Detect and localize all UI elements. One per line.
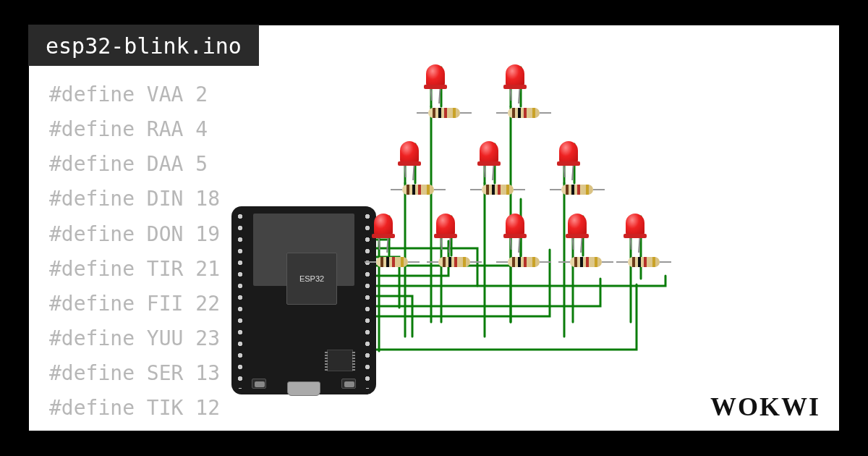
resistor-icon bbox=[508, 257, 540, 267]
led-r3-a bbox=[383, 241, 384, 242]
code-line: #define RAA 4 bbox=[49, 112, 220, 147]
resistor-icon bbox=[508, 108, 540, 118]
led-r2-b bbox=[489, 169, 490, 169]
en-button[interactable] bbox=[252, 379, 266, 389]
file-name: esp32-blink.ino bbox=[46, 33, 242, 59]
red-led-icon bbox=[436, 214, 455, 235]
resistor-icon bbox=[561, 185, 593, 195]
code-line: #define DAA 5 bbox=[49, 147, 220, 182]
resistor-icon bbox=[628, 257, 660, 267]
led-r3-b bbox=[446, 241, 446, 242]
circuit-diagram: ESP32 bbox=[231, 62, 781, 402]
resistor-icon bbox=[570, 257, 602, 267]
code-line: #define YUU 23 bbox=[49, 321, 220, 356]
code-line: #define DIN 18 bbox=[49, 182, 220, 216]
preview-card: esp32-blink.ino #define VAA 2#define RAA… bbox=[29, 25, 839, 431]
esp32-board: ESP32 bbox=[231, 206, 376, 394]
led-r3-c bbox=[515, 241, 516, 242]
resistor-icon bbox=[438, 257, 470, 267]
red-led-icon bbox=[400, 141, 419, 163]
rf-shield: ESP32 bbox=[253, 214, 354, 286]
micro-usb-port bbox=[287, 381, 320, 396]
led-r1-a bbox=[435, 92, 436, 93]
red-led-icon bbox=[506, 214, 524, 235]
wokwi-logo: WOKWI bbox=[710, 392, 820, 422]
led-r1-b bbox=[515, 92, 516, 93]
red-led-icon bbox=[568, 214, 587, 235]
code-line: #define VAA 2 bbox=[49, 77, 220, 112]
code-line: #define TIK 12 bbox=[49, 391, 220, 426]
boot-button[interactable] bbox=[341, 379, 356, 389]
led-r3-d bbox=[577, 241, 578, 242]
resistor-icon bbox=[376, 257, 408, 267]
led-r3-e bbox=[635, 241, 636, 242]
resistor-icon bbox=[402, 185, 434, 195]
source-code: #define VAA 2#define RAA 4#define DAA 5#… bbox=[49, 77, 220, 426]
red-led-icon bbox=[374, 214, 393, 235]
red-led-icon bbox=[506, 64, 524, 86]
code-line: #define FII 22 bbox=[49, 287, 220, 321]
code-line: #define DON 19 bbox=[49, 217, 220, 252]
resistor-icon bbox=[428, 108, 460, 118]
code-line: #define SER 13 bbox=[49, 356, 220, 391]
chip-label: ESP32 bbox=[299, 274, 324, 283]
file-tab: esp32-blink.ino bbox=[28, 25, 259, 66]
red-led-icon bbox=[480, 141, 498, 163]
code-line: #define TIR 21 bbox=[49, 252, 220, 287]
brand-text: WOKWI bbox=[710, 392, 820, 421]
resistor-icon bbox=[482, 185, 514, 195]
led-r2-c bbox=[569, 169, 569, 169]
red-led-icon bbox=[426, 64, 445, 86]
red-led-icon bbox=[626, 214, 644, 235]
red-led-icon bbox=[559, 141, 578, 163]
led-r2-a bbox=[409, 169, 410, 169]
usb-serial-chip bbox=[327, 350, 353, 371]
esp32-chip: ESP32 bbox=[286, 253, 337, 305]
